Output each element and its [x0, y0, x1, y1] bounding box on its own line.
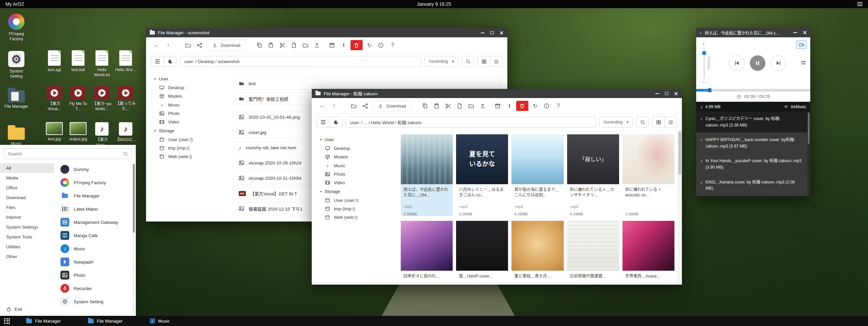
app-item-notepada[interactable]: NotepadA [60, 256, 130, 268]
category-media[interactable]: Media [0, 173, 54, 183]
sidebar-item-music[interactable]: ♪Music [154, 100, 231, 109]
sidebar-header-storage[interactable]: ▾Storage [154, 126, 231, 135]
upload-button[interactable] [311, 40, 323, 50]
open-button[interactable] [348, 101, 359, 111]
rename-button[interactable]: I [504, 101, 515, 111]
new-folder-button[interactable] [466, 101, 477, 111]
sidebar-item-models[interactable]: Models [154, 92, 231, 100]
sidebar-item-web-drive[interactable]: Web (web:/) [320, 213, 397, 222]
volume-slider[interactable]: + − Volume [701, 41, 715, 85]
player-menu-button[interactable] [801, 61, 806, 65]
up-button[interactable]: ↑ [328, 101, 340, 111]
scrollbar[interactable] [677, 130, 682, 285]
category-internet[interactable]: Internet [0, 212, 54, 222]
upload-button[interactable] [477, 101, 489, 111]
paste-button[interactable] [265, 40, 277, 50]
delete-button[interactable] [516, 101, 528, 111]
desktop-file[interactable]: Hello Wor... [114, 50, 137, 73]
minimize-button[interactable] [655, 93, 659, 94]
desktop-file[interactable]: 【東方~yu kimin... [90, 86, 113, 112]
maximize-button[interactable] [490, 31, 494, 34]
paste-button[interactable] [431, 101, 442, 111]
list-view-button[interactable] [490, 56, 502, 66]
scrollbar[interactable] [807, 112, 810, 196]
taskbar-item-file-manager[interactable]: File Manager [19, 316, 68, 326]
copy-button[interactable] [419, 101, 431, 111]
volume-up-icon[interactable]: + [702, 41, 705, 46]
cast-button[interactable] [796, 40, 807, 49]
cut-button[interactable] [442, 101, 454, 111]
title-bar[interactable]: ♪ 例えば、今此処に置かれた花に＿164 c... [696, 28, 810, 37]
category-office[interactable]: Office [0, 183, 54, 193]
category-all[interactable]: All [0, 163, 54, 173]
title-bar[interactable]: File Manager - 柘榴-zakuro- [312, 89, 682, 98]
desktop-file[interactable]: ♪ 【東方Voca... [90, 122, 113, 148]
next-button[interactable] [771, 55, 786, 71]
scrollbar[interactable] [133, 164, 135, 313]
refresh-button[interactable]: ↻ [364, 40, 375, 50]
sidebar-item-photo[interactable]: Photo [154, 109, 231, 118]
playlist-item[interactable]: ♪KING＿Kanaria cover. by 柘榴-zakuro-.mp3 (… [696, 175, 807, 196]
sidebar-item-desktop[interactable]: Desktop [320, 144, 397, 153]
desktop-icon-ffmpeg-factory[interactable]: FFmpeg Factory [3, 14, 30, 42]
desktop-file[interactable]: output.jpg [67, 122, 90, 142]
previous-button[interactable] [729, 55, 745, 71]
back-button[interactable]: ← [317, 101, 328, 111]
title-bar[interactable]: File Manager - screenshot [146, 28, 507, 37]
sidebar-item-video[interactable]: Video [320, 178, 397, 187]
search-input[interactable] [8, 151, 123, 156]
sort-dropdown[interactable]: Ascending ▾ [599, 117, 633, 128]
minimize-button[interactable] [481, 33, 485, 33]
exit-button[interactable]: Exit [0, 302, 54, 316]
app-item-system-setting[interactable]: ⚙System Setting [60, 295, 130, 308]
archive-button[interactable] [492, 101, 504, 111]
taskbar-item-music[interactable]: ♪ Music [143, 316, 177, 326]
sidebar-item-models[interactable]: Models [320, 153, 397, 161]
sidebar-item-video[interactable]: Video [154, 118, 231, 126]
file-tile[interactable]: 例えば、今此処に置かれた花に＿164....mp34.99MB [401, 134, 453, 216]
new-folder-button[interactable] [300, 40, 311, 50]
delete-button[interactable] [350, 40, 363, 50]
download-button[interactable]: Download [206, 40, 246, 51]
app-item-recorder[interactable]: Recorder [60, 282, 130, 294]
sidebar-item-desktop[interactable]: Desktop [154, 83, 231, 92]
recent-files-button[interactable] [164, 56, 176, 66]
desktop-file[interactable]: test.agi [43, 50, 66, 73]
file-tile[interactable]: 四季折々に扱われ... [401, 221, 453, 285]
sidebar-toggle-button[interactable] [151, 56, 164, 66]
sidebar-header-storage[interactable]: ▾Storage [320, 187, 397, 196]
app-item-file-manager[interactable]: File Manager [60, 190, 130, 202]
app-launcher-button[interactable] [4, 318, 10, 324]
app-item-management-gateway[interactable]: Management Gateway [60, 216, 130, 228]
download-button[interactable]: Download [372, 100, 412, 111]
help-button[interactable]: ? [387, 40, 398, 50]
sidebar-item-user-drive[interactable]: User (user:/) [320, 196, 397, 205]
playlist-item[interactable]: ♪In Your Hands＿yusukeP cover. by 柘榴-zaku… [696, 154, 807, 175]
desktop-file[interactable]: test.bat [67, 50, 90, 73]
file-tile[interactable]: 命に嫌われている + acoustic co...1.69MB [622, 134, 674, 216]
playlist-item[interactable]: ♪HAPPY BIRTHDAY＿back number cover. by柘榴-… [696, 133, 807, 154]
close-button[interactable] [803, 31, 807, 35]
category-download[interactable]: Download [0, 193, 54, 203]
sidebar-item-user-drive[interactable]: User (user:/) [154, 135, 231, 144]
search-button[interactable] [462, 56, 474, 67]
desktop-icon-file-manager[interactable]: File Manager [3, 87, 30, 109]
category-utilities[interactable]: Utilities [0, 242, 54, 252]
taskbar-item-file-manager[interactable]: File Manager [81, 316, 129, 326]
breadcrumb[interactable]: user: / Desktop / screenshot [180, 56, 421, 67]
archive-button[interactable] [326, 40, 338, 50]
desktop-file[interactable]: Hello World.txt [90, 50, 113, 78]
progress-handle[interactable] [708, 88, 711, 92]
recent-files-button[interactable] [329, 117, 342, 127]
playlist-item[interactable]: ♪Cynic＿ポリスピカデリー cover. by 柘榴-zakuro-.mp3… [696, 112, 807, 133]
sort-dropdown[interactable]: Ascending ▾ [424, 56, 458, 67]
info-button[interactable] [375, 40, 387, 50]
category-system-settings[interactable]: System Settings [0, 222, 54, 232]
app-item-manga-cafe[interactable]: Manga Cafe [60, 229, 130, 242]
close-button[interactable] [674, 92, 678, 96]
sidebar-item-tmp-drive[interactable]: tmp (tmp:/) [320, 205, 397, 213]
rename-button[interactable]: I [338, 40, 349, 50]
maximize-button[interactable] [665, 92, 668, 95]
sidebar-item-music[interactable]: ♪Music [320, 161, 397, 170]
sidebar-item-tmp-drive[interactable]: tmp (tmp:/) [154, 144, 231, 152]
